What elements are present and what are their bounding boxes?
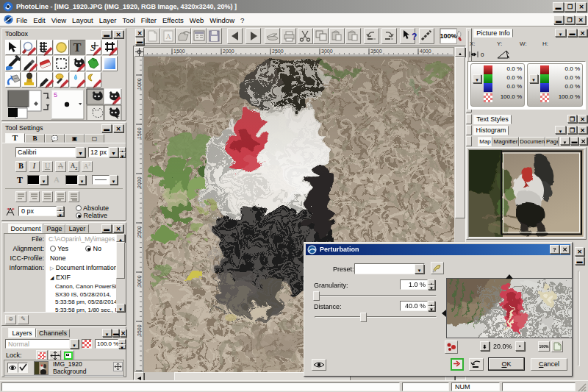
svg-text:T: T xyxy=(74,41,82,54)
svg-text:1500: 1500 xyxy=(173,49,185,54)
svg-text:2000: 2000 xyxy=(223,49,234,54)
svg-text:2500: 2500 xyxy=(272,49,284,54)
svg-text:5: 5 xyxy=(54,91,57,99)
svg-text:3500: 3500 xyxy=(370,49,382,54)
svg-text:?: ? xyxy=(412,32,417,42)
svg-text:3000: 3000 xyxy=(321,49,333,54)
svg-text:100%: 100% xyxy=(440,32,456,40)
svg-text:0: 0 xyxy=(481,51,484,58)
svg-text:4000: 4000 xyxy=(420,49,431,54)
svg-text:A: A xyxy=(165,32,171,40)
